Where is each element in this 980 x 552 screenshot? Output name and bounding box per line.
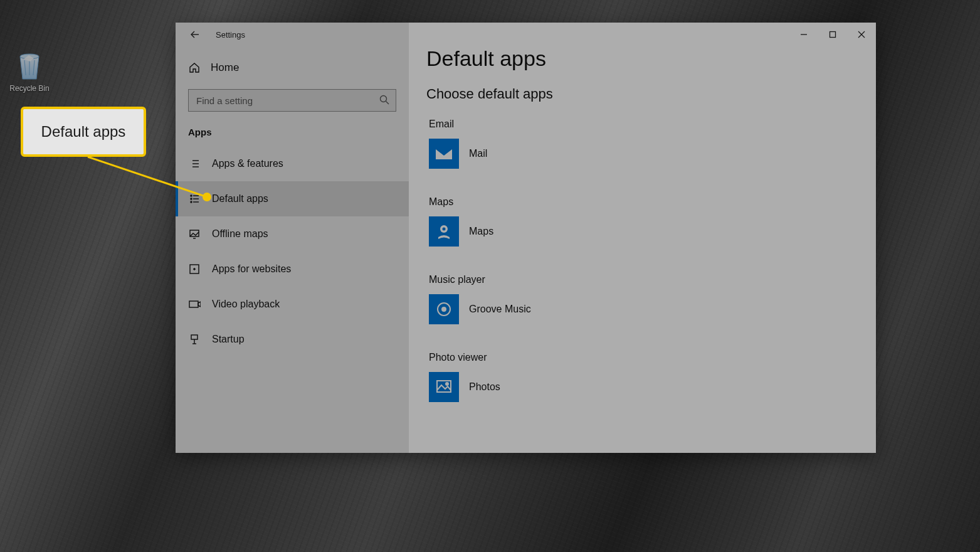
svg-point-16 [191, 195, 192, 196]
svg-marker-28 [198, 302, 201, 307]
default-apps-list: EmailMailMapsMapsMusic playerGroove Musi… [426, 119, 876, 402]
sidebar-item-startup[interactable]: Startup [176, 322, 409, 357]
svg-point-37 [443, 228, 446, 231]
sidebar-item-label: Video playback [212, 299, 280, 310]
page-subhead: Choose default apps [426, 86, 876, 102]
search-input[interactable] [188, 89, 396, 112]
svg-rect-29 [191, 335, 198, 339]
nav-home[interactable]: Home [176, 46, 409, 82]
app-name: Maps [469, 226, 493, 237]
default-app-maps[interactable]: Maps [429, 216, 876, 247]
svg-line-9 [386, 102, 389, 105]
default-app-photo-viewer[interactable]: Photos [429, 372, 876, 402]
window-title: Settings [216, 30, 245, 40]
default-app-email[interactable]: Mail [429, 139, 876, 169]
sidebar-item-label: Startup [212, 334, 245, 345]
default-app-music-player[interactable]: Groove Music [429, 294, 876, 324]
nav-icon [188, 333, 201, 346]
app-name: Photos [469, 381, 500, 393]
nav-icon [188, 298, 201, 310]
desktop-icon-recycle-bin[interactable]: Recycle Bin [8, 50, 51, 93]
content-pane: Default apps Choose default apps EmailMa… [409, 23, 876, 453]
sidebar-item-label: Offline maps [212, 228, 268, 240]
sidebar-item-label: Apps & features [212, 158, 283, 169]
sidebar-item-video-playback[interactable]: Video playback [176, 287, 409, 322]
svg-rect-27 [189, 301, 198, 307]
svg-rect-4 [830, 32, 836, 38]
app-tile-icon [429, 216, 459, 247]
callout-text: Default apps [41, 123, 126, 141]
category-label: Photo viewer [429, 352, 876, 363]
settings-window: Settings Home Apps Apps & featuresDefaul… [176, 23, 876, 453]
search-icon [379, 94, 390, 108]
titlebar: Settings [176, 23, 409, 46]
sidebar: Settings Home Apps Apps & featuresDefaul… [176, 23, 409, 453]
svg-point-41 [446, 383, 448, 385]
minimize-button[interactable] [789, 23, 818, 46]
callout-default-apps: Default apps [21, 107, 146, 157]
app-tile-icon [429, 294, 459, 324]
sidebar-section-label: Apps [176, 123, 409, 146]
maximize-button[interactable] [818, 23, 847, 46]
category-label: Email [429, 119, 876, 130]
home-icon [188, 61, 201, 74]
nav-icon [188, 157, 201, 170]
recycle-bin-icon [16, 50, 43, 80]
nav-icon [188, 193, 201, 205]
sidebar-item-apps-for-websites[interactable]: Apps for websites [176, 252, 409, 287]
sidebar-item-default-apps[interactable]: Default apps [176, 181, 409, 216]
recycle-bin-label: Recycle Bin [8, 84, 51, 93]
category-label: Music player [429, 274, 876, 285]
back-button[interactable] [187, 26, 203, 43]
sidebar-item-apps-features[interactable]: Apps & features [176, 146, 409, 181]
page-title: Default apps [426, 46, 876, 71]
category-label: Maps [429, 196, 876, 208]
svg-point-20 [191, 201, 192, 203]
svg-point-8 [381, 96, 387, 102]
app-name: Groove Music [469, 304, 531, 315]
window-controls [789, 23, 876, 46]
close-button[interactable] [847, 23, 876, 46]
nav-icon [188, 228, 201, 240]
nav-icon [188, 263, 201, 275]
svg-point-18 [191, 198, 192, 199]
app-tile-icon [429, 139, 459, 169]
app-name: Mail [469, 148, 487, 159]
sidebar-item-offline-maps[interactable]: Offline maps [176, 216, 409, 252]
svg-rect-40 [437, 381, 451, 392]
app-tile-icon [429, 372, 459, 402]
sidebar-item-label: Apps for websites [212, 263, 291, 275]
svg-point-39 [442, 307, 446, 311]
sidebar-item-label: Default apps [212, 193, 268, 204]
nav-home-label: Home [211, 61, 239, 74]
sidebar-nav-list: Apps & featuresDefault appsOffline mapsA… [176, 146, 409, 357]
search-container [188, 89, 396, 112]
